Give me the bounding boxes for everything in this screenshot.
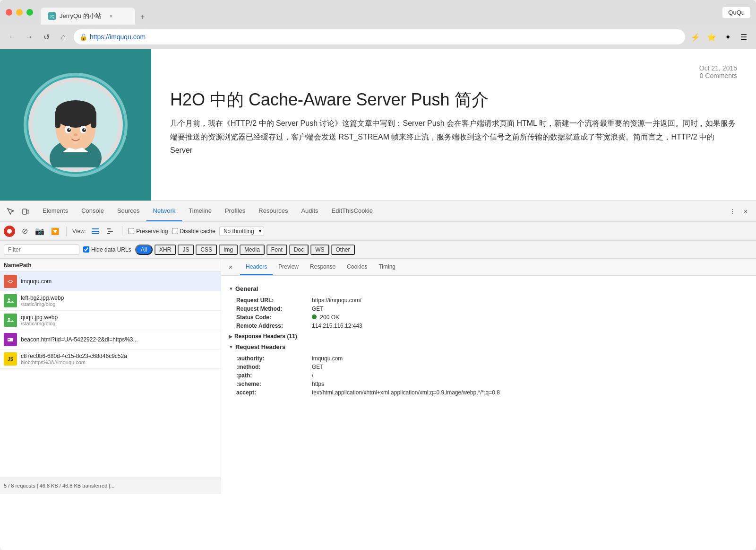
filter-css-button[interactable]: CSS: [196, 244, 217, 255]
svg-point-14: [74, 133, 77, 136]
menu-icon[interactable]: ☰: [737, 30, 750, 44]
filter-input[interactable]: [4, 244, 79, 255]
filter-types: All XHR JS CSS Img Media Font Doc WS Oth…: [135, 244, 355, 255]
svg-point-25: [8, 298, 10, 300]
close-devtools-icon[interactable]: ×: [739, 205, 752, 218]
status-dot: [312, 314, 317, 319]
extension-icon[interactable]: ✦: [721, 30, 734, 44]
response-headers-title: Response Headers (11): [234, 333, 297, 340]
close-button[interactable]: [6, 9, 12, 16]
throttle-select[interactable]: No throttling: [219, 227, 264, 236]
hide-data-urls-checkbox[interactable]: [83, 246, 89, 253]
panel-tab-preview[interactable]: Preview: [273, 259, 304, 275]
file-list: Name Path <> imququ.com: [0, 259, 221, 494]
browser-window: JQ JerryQu 的小站 × + QuQu ← → ↺ ⌂ 🔒 https:…: [0, 0, 756, 550]
bookmark-icon[interactable]: ⭐: [705, 30, 718, 44]
svg-rect-23: [107, 233, 110, 234]
tab-title: JerryQu 的小站: [60, 12, 102, 20]
file-name: ququ.jpg.webp: [21, 314, 58, 321]
filter-doc-button[interactable]: Doc: [289, 244, 309, 255]
browser-tab[interactable]: JQ JerryQu 的小站 ×: [41, 8, 135, 25]
file-icon-img2: [4, 314, 17, 327]
filter-img-button[interactable]: Img: [219, 244, 238, 255]
panel-tab-response[interactable]: Response: [304, 259, 341, 275]
tab-resources[interactable]: Resources: [252, 201, 294, 221]
filter-other-button[interactable]: Other: [331, 244, 355, 255]
new-tab-button[interactable]: +: [135, 9, 150, 25]
throttle-wrapper: No throttling: [219, 227, 264, 236]
article-meta: Oct 21, 2015 0 Comments: [170, 64, 737, 79]
avatar: [28, 78, 123, 172]
filter-all-button[interactable]: All: [135, 244, 153, 255]
svg-point-13: [84, 129, 86, 130]
path-val: /: [312, 372, 313, 379]
filter-xhr-button[interactable]: XHR: [155, 244, 176, 255]
remote-address-val: 114.215.116.12:443: [312, 323, 362, 329]
panel-tab-timing[interactable]: Timing: [373, 259, 401, 275]
svg-rect-26: [7, 316, 14, 324]
file-list-footer: 5 / 8 requests | 46.8 KB / 46.8 KB trans…: [0, 477, 221, 494]
tab-audits[interactable]: Audits: [294, 201, 325, 221]
traffic-lights: [6, 9, 33, 16]
file-item-left-bg2[interactable]: left-bg2.jpg.webp /static/img/blog: [0, 291, 221, 311]
file-item-imququ[interactable]: <> imququ.com: [0, 272, 221, 291]
disable-cache-label[interactable]: Disable cache: [172, 228, 215, 235]
tab-timeline[interactable]: Timeline: [182, 201, 218, 221]
url-bar[interactable]: 🔒 https://imququ.com: [74, 29, 685, 44]
request-headers-section[interactable]: ▼ Request Headers: [229, 343, 748, 350]
tab-editthiscookie[interactable]: EditThisCookie: [325, 201, 379, 221]
tab-sources[interactable]: Sources: [111, 201, 146, 221]
reload-button[interactable]: ↺: [40, 30, 53, 44]
tab-elements[interactable]: Elements: [36, 201, 75, 221]
file-name: beacon.html?tid=UA-5422922-2&dl=https%3.…: [21, 336, 138, 343]
close-headers-button[interactable]: ×: [225, 262, 236, 273]
response-headers-section[interactable]: ▶ Response Headers (11): [229, 333, 748, 340]
accept-val: text/html,application/xhtml+xml,applicat…: [312, 389, 500, 396]
tab-close-button[interactable]: ×: [107, 12, 115, 20]
preserve-log-label[interactable]: Preserve log: [128, 228, 168, 235]
forward-button[interactable]: →: [23, 30, 36, 44]
request-headers-title: Request Headers: [235, 343, 285, 350]
filter-ws-button[interactable]: WS: [310, 244, 329, 255]
file-item-beacon[interactable]: beacon.html?tid=UA-5422922-2&dl=https%3.…: [0, 330, 221, 349]
url-actions: ⚡ ⭐ ✦ ☰: [689, 30, 750, 44]
file-item-blob[interactable]: JS c87ec0b6-680d-4c15-8c23-c68d46c9c52a …: [0, 349, 221, 369]
tab-profiles[interactable]: Profiles: [218, 201, 252, 221]
file-icon-js: JS: [4, 352, 17, 366]
filter-button[interactable]: 🔽: [49, 226, 60, 237]
article-header: Oct 21, 2015 0 Comments H2O 中的 Cache-Awa…: [0, 49, 756, 201]
article-comments: 0 Comments: [700, 72, 737, 79]
list-view-button[interactable]: [90, 226, 101, 237]
tab-console[interactable]: Console: [75, 201, 111, 221]
hide-data-urls-label[interactable]: Hide data URLs: [83, 246, 131, 253]
camera-button[interactable]: 📷: [34, 226, 45, 237]
svg-point-30: [9, 339, 10, 340]
more-options-icon[interactable]: ⋮: [726, 205, 739, 218]
record-button[interactable]: [4, 226, 15, 237]
panel-tab-headers[interactable]: Headers: [240, 259, 273, 275]
preserve-log-checkbox[interactable]: [128, 228, 134, 234]
file-name: left-bg2.jpg.webp: [21, 295, 64, 301]
home-button[interactable]: ⌂: [57, 30, 70, 44]
request-method-val: GET: [312, 306, 324, 312]
clear-button[interactable]: ⊘: [19, 226, 30, 237]
scheme-val: https: [312, 381, 324, 387]
filter-js-button[interactable]: JS: [178, 244, 194, 255]
inspect-element-icon[interactable]: [4, 205, 17, 218]
panel-tab-cookies[interactable]: Cookies: [341, 259, 373, 275]
filter-media-button[interactable]: Media: [240, 244, 265, 255]
general-section-header[interactable]: ▼ General: [229, 285, 748, 292]
back-button[interactable]: ←: [6, 30, 19, 44]
waterfall-view-button[interactable]: [105, 226, 116, 237]
filter-font-button[interactable]: Font: [266, 244, 287, 255]
minimize-button[interactable]: [16, 9, 23, 16]
tab-network[interactable]: Network: [146, 201, 182, 221]
devtools-left-icons: [4, 205, 32, 218]
authority-val: imququ.com: [312, 355, 343, 362]
maximize-button[interactable]: [26, 9, 33, 16]
device-mode-icon[interactable]: [19, 205, 32, 218]
file-item-ququ[interactable]: ququ.jpg.webp /static/img/blog: [0, 311, 221, 330]
disable-cache-checkbox[interactable]: [172, 228, 178, 234]
lightning-icon[interactable]: ⚡: [689, 30, 702, 44]
header-row-authority: :authority: imququ.com: [229, 355, 748, 362]
